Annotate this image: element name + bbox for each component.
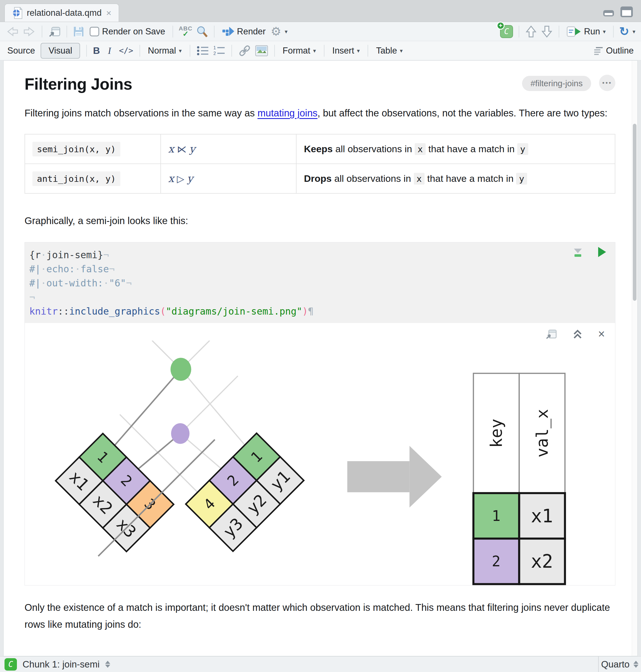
- table-menu[interactable]: Table ▾: [374, 44, 404, 57]
- cell-math: x▷y: [161, 164, 297, 193]
- separator: [139, 45, 140, 57]
- chunk-selector-arrows-icon[interactable]: [105, 661, 110, 668]
- insert-menu[interactable]: Insert ▾: [331, 44, 362, 57]
- space-dot: ·: [41, 249, 46, 260]
- render-button[interactable]: Render: [220, 25, 268, 38]
- main-toolbar: Render on Save ABC ✓ Render ⚙ ▾ C: [0, 22, 641, 41]
- code-token: join-semi}: [46, 249, 104, 260]
- separator: [173, 26, 173, 38]
- clear-output-icon[interactable]: ×: [598, 328, 605, 340]
- visual-mode-button[interactable]: Visual: [41, 43, 80, 59]
- outline-toggle[interactable]: Outline: [592, 44, 636, 57]
- result-header-key: key: [487, 419, 505, 448]
- open-output-in-window-icon[interactable]: [545, 328, 557, 340]
- forward-icon[interactable]: [23, 26, 36, 37]
- image-icon[interactable]: [255, 45, 268, 56]
- paragraph-mark: ¶: [308, 306, 313, 317]
- paragraph-existence: Only the existence of a match is importa…: [25, 599, 615, 633]
- rerun-icon[interactable]: ↻: [619, 26, 629, 38]
- open-in-new-window-icon[interactable]: [48, 26, 61, 38]
- search-icon[interactable]: [196, 25, 208, 38]
- code-token: "diagrams/join-semi.png": [166, 306, 302, 317]
- match-line-key1: [115, 369, 181, 445]
- status-bar: C Chunk 1: join-semi Quarto: [0, 656, 641, 672]
- render-label: Render: [237, 27, 266, 37]
- bullet-list-icon[interactable]: [196, 45, 209, 56]
- result-table: key val_x 1 x1 2 x2: [473, 373, 565, 584]
- space-dot: ·: [103, 278, 109, 289]
- tab-relational-data[interactable]: relational-data.qmd ×: [4, 4, 119, 22]
- italic-button[interactable]: I: [108, 45, 111, 56]
- mutating-joins-link[interactable]: mutating joins: [257, 108, 317, 119]
- paragraph-style-select[interactable]: Normal ▾: [146, 44, 183, 57]
- format-toolbar: Source Visual B I </> Normal ▾ 1 2: [0, 41, 641, 60]
- cell-math: x⋉y: [161, 134, 297, 164]
- numbered-list-icon[interactable]: 1 2: [213, 45, 225, 56]
- source-mode-button[interactable]: Source: [5, 44, 37, 57]
- chevron-down-icon[interactable]: ▾: [632, 28, 636, 35]
- code-token: echo:: [46, 263, 75, 275]
- render-on-save-checkbox[interactable]: [90, 27, 99, 36]
- collapse-output-icon[interactable]: [572, 329, 583, 339]
- next-chunk-icon[interactable]: [541, 25, 553, 38]
- gear-icon[interactable]: ⚙: [271, 26, 281, 38]
- code-line: knitr::include_graphics("diagrams/join-s…: [29, 304, 615, 318]
- chunk-navigator[interactable]: C Chunk 1: join-semi: [0, 658, 598, 671]
- render-on-save-toggle[interactable]: Render on Save: [88, 25, 167, 38]
- join-semi-diagram: 1 2 3 x1 x2 x3: [25, 341, 615, 585]
- separator: [613, 26, 614, 38]
- chevron-down-icon[interactable]: ▾: [285, 28, 287, 35]
- tab-close-icon[interactable]: ×: [106, 9, 111, 17]
- anchor-id-badge: #filtering-joins: [522, 76, 591, 91]
- separator: [214, 26, 215, 38]
- code-token: knitr: [29, 306, 58, 317]
- result-cell: 1: [492, 508, 501, 524]
- run-chunk-icon[interactable]: [597, 246, 606, 258]
- maximize-pane-icon[interactable]: [620, 6, 633, 17]
- paragraph-intro: Filtering joins match observations in th…: [25, 105, 615, 122]
- table-row: anti_join(x, y) x▷y Drops all observatio…: [25, 164, 615, 193]
- vertical-scrollbar[interactable]: [632, 60, 637, 656]
- spellcheck-icon[interactable]: ABC ✓: [179, 26, 192, 37]
- chevron-down-icon: ▾: [179, 47, 181, 54]
- result-cell: 2: [492, 553, 501, 570]
- link-icon[interactable]: [238, 45, 251, 57]
- scrollbar-thumb[interactable]: [633, 124, 637, 301]
- separator: [368, 45, 368, 57]
- format-menu[interactable]: Format ▾: [281, 44, 318, 57]
- code-token: (: [160, 306, 166, 317]
- chunk-code[interactable]: {r·join-semi}¬ #|·echo:·false¬ #|·out-wi…: [25, 243, 615, 323]
- language-mode-label: Quarto: [601, 659, 630, 670]
- svg-text:1: 1: [214, 45, 216, 50]
- visual-editor-canvas[interactable]: Filtering Joins #filtering-joins ••• Fil…: [3, 60, 638, 656]
- save-icon[interactable]: [73, 26, 84, 38]
- outline-icon: [594, 46, 603, 55]
- code-format-button[interactable]: </>: [119, 46, 133, 55]
- render-icon: [222, 26, 234, 37]
- linebreak-mark: ¬: [109, 263, 114, 275]
- language-mode-selector[interactable]: Quarto: [598, 657, 641, 672]
- back-icon[interactable]: [5, 26, 19, 37]
- language-selector-arrows-icon: [633, 661, 639, 668]
- run-chunks-above-icon[interactable]: [572, 246, 584, 258]
- insert-chunk-button[interactable]: C +: [500, 25, 513, 38]
- space-dot: ·: [75, 263, 80, 275]
- run-button[interactable]: Run ▾: [565, 25, 608, 39]
- svg-text:2: 2: [214, 51, 216, 56]
- chevron-down-icon: ▾: [313, 47, 316, 54]
- code-token: ): [302, 306, 308, 317]
- previous-chunk-icon[interactable]: [525, 25, 537, 38]
- separator: [231, 45, 232, 57]
- code-line: {r·join-semi}¬: [29, 248, 615, 262]
- separator: [559, 26, 559, 38]
- section-options-button[interactable]: •••: [599, 75, 615, 91]
- minimize-pane-icon[interactable]: [603, 6, 614, 17]
- code-token: {r: [29, 249, 41, 260]
- bold-button[interactable]: B: [93, 45, 100, 56]
- join-types-table: semi_join(x, y) x⋉y Keeps all observatio…: [25, 134, 615, 194]
- separator: [274, 45, 275, 57]
- code-token: "6": [109, 278, 126, 289]
- result-header-valx: val_x: [533, 409, 551, 457]
- window-controls: [603, 6, 633, 17]
- table-row: semi_join(x, y) x⋉y Keeps all observatio…: [25, 134, 615, 164]
